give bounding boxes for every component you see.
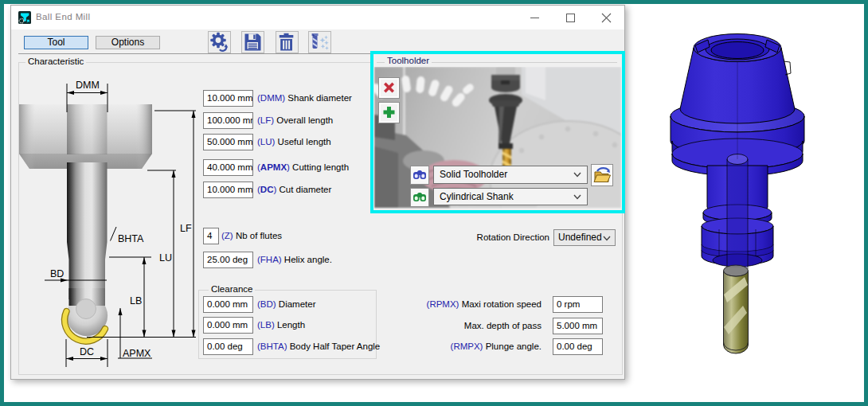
svg-text:BD: BD (50, 268, 64, 279)
svg-text:LU: LU (159, 252, 172, 264)
svg-text:LF: LF (180, 223, 192, 234)
svg-text:APMX: APMX (123, 348, 151, 359)
svg-text:DC: DC (80, 346, 94, 357)
svg-text:BHTA: BHTA (118, 233, 144, 244)
svg-text:LB: LB (130, 295, 142, 306)
svg-text:DMM: DMM (76, 80, 100, 91)
